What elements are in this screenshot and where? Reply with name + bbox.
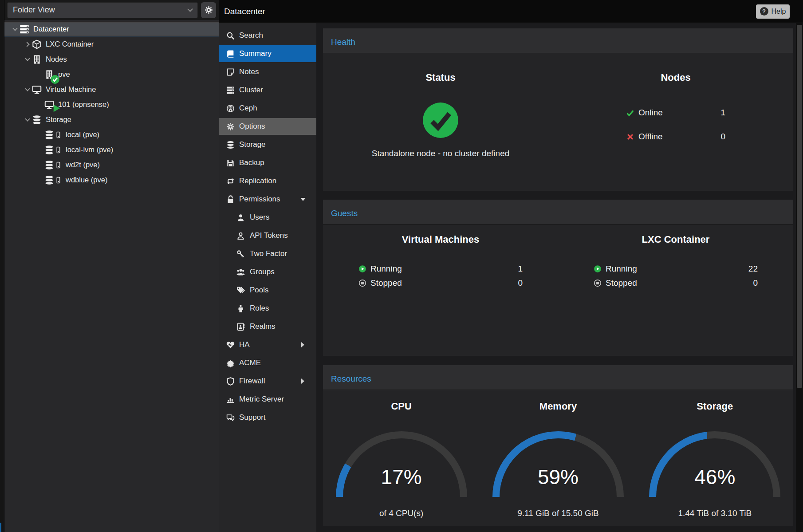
server-stack-icon [226,86,235,95]
nav-item-label: ACME [239,359,261,367]
content-topbar: Datacenter ? Help [219,0,803,23]
stop-circle-icon [358,279,366,287]
database-icon [44,175,54,185]
nav-item-firewall[interactable]: Firewall [219,373,316,390]
tree-item-label: local (pve) [66,130,99,139]
vertical-scrollbar[interactable] [796,23,803,532]
tree-item-lxc-container[interactable]: LXC Container [4,37,219,51]
check-badge-icon [50,75,60,84]
nav-item-summary[interactable]: Summary [219,45,316,62]
nav-item-api-tokens[interactable]: API Tokens [219,227,316,244]
nav-item-cluster[interactable]: Cluster [219,82,316,99]
nav-item-label: Roles [250,304,269,313]
tree-item-local-lvm-pve[interactable]: local-lvm (pve) [4,142,219,157]
nav-item-options[interactable]: Options [219,118,316,135]
help-button[interactable]: ? Help [756,4,790,19]
shield-icon [226,377,235,386]
nav-item-metric-server[interactable]: Metric Server [219,391,316,408]
nav-item-backup[interactable]: Backup [219,154,316,171]
gauge-arc: 46% [649,431,780,497]
heartbeat-icon [226,341,235,349]
tree-item-wd2t-pve[interactable]: wd2t (pve) [4,158,219,172]
nav-item-support[interactable]: Support [219,409,316,426]
drive-icon [55,146,62,154]
nav-item-label: Permissions [239,195,280,204]
gauge-percent: 17% [336,465,467,489]
scrollbar-thumb[interactable] [797,25,802,388]
expander-down-icon[interactable] [23,58,32,60]
nav-item-ha[interactable]: HA [219,336,316,353]
nav-item-storage[interactable]: Storage [219,136,316,153]
nav-item-label: Realms [250,322,276,331]
nav-item-label: Metric Server [239,395,284,404]
status-message: Standalone node - no cluster defined [372,149,510,158]
tree-item-virtual-machine[interactable]: Virtual Machine [4,82,219,97]
cross-icon [626,133,634,141]
search-icon [226,32,235,40]
tree-item-storage[interactable]: Storage [4,112,219,127]
question-circle-icon: ? [760,7,768,16]
nav-item-label: Summary [239,49,272,58]
nav-item-groups[interactable]: Groups [219,264,316,280]
gauge-arc: 17% [336,431,467,497]
gauge-arc: 59% [492,431,624,497]
tree-item-label: Datacenter [33,25,69,33]
caret-down-icon [300,198,306,201]
nav-item-pools[interactable]: Pools [219,282,316,299]
nav-item-roles[interactable]: Roles [219,300,316,317]
node-status-row-online: Online1 [626,106,725,119]
view-selector-dropdown[interactable]: Folder View [7,2,198,18]
unlock-icon [226,195,235,204]
address-book-icon [236,323,245,331]
tree-item-wdblue-pve[interactable]: wdblue (pve) [4,173,219,187]
nav-item-label: Search [239,31,263,40]
resources-panel-title: Resources [323,365,793,390]
stop-circle-icon [594,279,602,287]
node-status-value: 1 [720,108,725,118]
status-heading: Status [425,72,455,84]
certificate-icon [226,359,235,367]
nav-item-acme[interactable]: ACME [219,355,316,371]
tree-item-label: local-lvm (pve) [66,146,113,154]
tree-item-pve[interactable]: pve [4,67,219,82]
nav-item-realms[interactable]: Realms [219,318,316,335]
expander-down-icon[interactable] [23,88,32,91]
tree-item-nodes[interactable]: Nodes [4,52,219,67]
guests-panel: Guests Virtual MachinesRunning1Stopped0L… [323,200,793,356]
nav-item-two-factor[interactable]: Two Factor [219,245,316,262]
nav-item-notes[interactable]: Notes [219,63,316,80]
expander-down-icon[interactable] [11,28,20,30]
floppy-icon [226,159,235,167]
guest-row-label: Running [606,264,637,274]
nav-item-label: Firewall [239,377,265,386]
retweet-icon [226,177,235,185]
status-column: Status Standalone node - no cluster defi… [323,53,558,191]
building-icon [32,55,42,64]
nav-item-users[interactable]: Users [219,209,316,226]
nav-item-search[interactable]: Search [219,27,316,44]
key-icon [236,250,245,258]
resources-panel: Resources CPU17%of 4 CPU(s)Memory59%9.11… [323,365,793,526]
check-circle-icon [422,102,459,139]
expander-right-icon[interactable] [23,43,32,46]
server-stack-icon [20,24,29,34]
guest-row-value: 0 [518,278,523,288]
resource-tree: DatacenterLXC ContainerNodespveVirtual M… [4,20,219,532]
tree-item-datacenter[interactable]: Datacenter [4,22,219,36]
tree-item-local-pve[interactable]: local (pve) [4,127,219,142]
nav-item-permissions[interactable]: Permissions [219,191,316,208]
health-panel: Health Status Standalone node - no clust… [323,28,793,191]
tree-settings-button[interactable] [201,2,216,18]
expander-down-icon[interactable] [23,118,32,121]
user-icon [236,213,245,222]
nav-item-label: Users [250,213,269,222]
nav-item-label: Groups [250,268,275,276]
ceph-icon [226,104,235,113]
nav-item-label: Ceph [239,104,257,113]
caret-right-icon [301,378,304,384]
nav-item-ceph[interactable]: Ceph [219,100,316,117]
config-nav: SearchSummaryNotesClusterCephOptionsStor… [219,23,316,532]
tree-item-101-opnsense[interactable]: 101 (opnsense) [4,97,219,112]
guest-row-value: 22 [748,264,758,274]
nav-item-replication[interactable]: Replication [219,173,316,189]
